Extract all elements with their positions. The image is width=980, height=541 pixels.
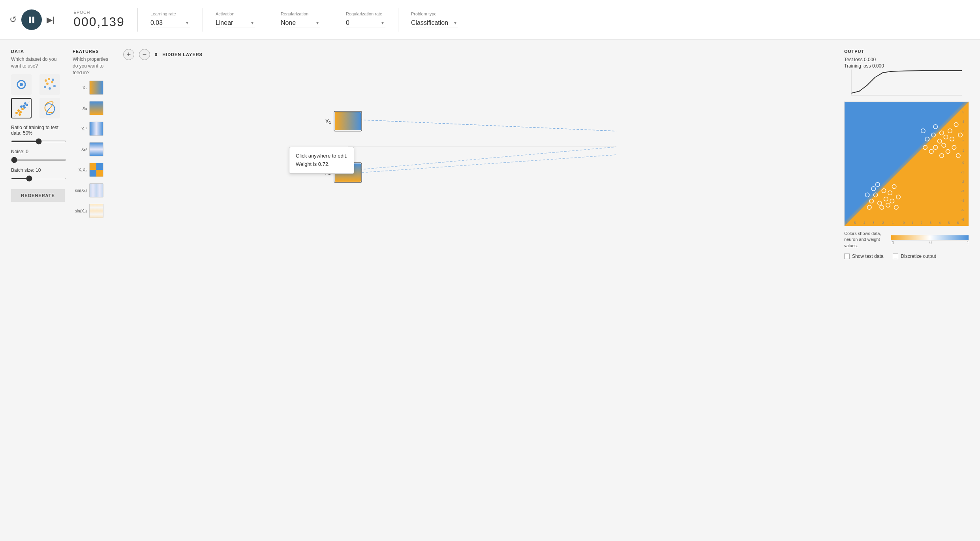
discretize-output-checkbox[interactable] <box>893 254 898 259</box>
svg-text:6: 6 <box>957 221 959 225</box>
svg-rect-32 <box>90 204 103 218</box>
activation-label: Activation <box>216 11 255 16</box>
svg-text:-5: -5 <box>961 208 964 212</box>
svg-rect-24 <box>90 101 103 115</box>
feature-sinx1-thumb <box>89 183 103 197</box>
reg-rate-select[interactable]: 00.0010.0030.010.030.10.31310 <box>346 18 385 28</box>
features-panel: FEATURES Which properties do you want to… <box>69 49 117 532</box>
main-content: DATA Which dataset do you want to use? <box>0 39 980 541</box>
color-bar-ticks: -1 0 1 <box>891 240 969 245</box>
svg-line-34 <box>348 119 616 131</box>
tooltip-line1: Click anywhere to edit. <box>296 152 347 160</box>
svg-rect-43 <box>851 70 962 97</box>
epoch-label: Epoch <box>73 10 125 15</box>
show-test-data-label[interactable]: Show test data <box>844 254 883 259</box>
weight-tooltip: Click anywhere to edit. Weight is 0.72. <box>289 147 354 174</box>
add-layer-button[interactable]: + <box>123 49 134 60</box>
svg-text:-6: -6 <box>961 218 964 222</box>
dataset-diagonal-icon <box>13 100 30 117</box>
loss-chart <box>844 70 969 97</box>
svg-point-21 <box>20 105 23 108</box>
hidden-layers-header: + − 0 HIDDEN LAYERS <box>123 49 833 60</box>
svg-rect-28 <box>96 163 103 170</box>
svg-text:5: 5 <box>948 221 950 225</box>
step-button[interactable]: ▶| <box>47 15 54 24</box>
svg-text:-2: -2 <box>961 180 964 184</box>
dataset-grid <box>11 74 65 118</box>
network-svg: X₁ X₂ <box>123 68 833 226</box>
svg-point-8 <box>49 87 51 90</box>
svg-rect-23 <box>90 81 103 94</box>
divider5 <box>398 8 398 32</box>
feature-sinx1-icon <box>90 184 103 197</box>
feature-x1x2[interactable]: X₁X₂ <box>73 163 114 177</box>
divider2 <box>203 8 203 32</box>
learning-rate-select[interactable]: 0.000010.00010.0010.030.11310 <box>150 18 190 28</box>
svg-rect-0 <box>29 17 31 23</box>
svg-rect-25 <box>90 122 103 135</box>
data-title: DATA <box>11 49 65 54</box>
problem-type-label: Problem type <box>411 11 458 16</box>
noise-slider[interactable] <box>11 159 66 161</box>
show-test-data-checkbox[interactable] <box>844 254 850 259</box>
batch-slider[interactable] <box>11 178 66 179</box>
svg-point-11 <box>52 79 54 81</box>
epoch-block: Epoch 000,139 <box>73 10 125 29</box>
feature-x2[interactable]: X₂ <box>73 101 114 115</box>
pause-button[interactable] <box>21 9 42 30</box>
feature-x2sq-thumb <box>89 142 103 156</box>
feature-x1[interactable]: X₁ <box>73 81 114 95</box>
dataset-spiral[interactable] <box>39 98 60 118</box>
output-visualization[interactable]: -6 -5 -4 -3 -2 -1 0 1 2 3 4 5 6 6 5 4 3 … <box>844 101 969 226</box>
svg-point-3 <box>20 83 23 86</box>
svg-point-15 <box>19 113 21 116</box>
feature-sinx1[interactable]: sin(X₁) <box>73 183 114 197</box>
feature-sinx2[interactable]: sin(X₂) <box>73 204 114 218</box>
feature-x1-label: X₁ <box>73 85 87 90</box>
problem-type-wrapper: ClassificationRegression <box>411 18 458 28</box>
learning-rate-label: Learning rate <box>150 11 190 16</box>
regularization-select[interactable]: NoneL1L2 <box>281 18 320 28</box>
feature-x1sq-icon <box>90 122 103 135</box>
svg-text:1: 1 <box>962 148 964 152</box>
regenerate-button[interactable]: REGENERATE <box>11 189 65 202</box>
dataset-circle[interactable] <box>11 74 32 95</box>
color-desc: Colors shows data, neuron and weight val… <box>844 231 888 249</box>
svg-text:-4: -4 <box>862 221 865 225</box>
ratio-slider[interactable] <box>11 141 66 142</box>
svg-text:-5: -5 <box>853 221 856 225</box>
color-bar-container: -1 0 1 <box>891 235 969 245</box>
color-max: 1 <box>967 240 969 245</box>
discretize-output-label[interactable]: Discretize output <box>893 254 936 259</box>
color-bar-row: Colors shows data, neuron and weight val… <box>844 231 969 249</box>
dataset-scatter[interactable] <box>39 74 60 95</box>
svg-point-16 <box>21 108 24 110</box>
feature-x1sq[interactable]: X₁² <box>73 122 114 136</box>
feature-x2sq-label: X₂² <box>73 147 87 152</box>
test-loss-row: Test loss 0.000 <box>844 57 969 62</box>
dataset-diagonal[interactable] <box>11 98 32 118</box>
svg-rect-29 <box>90 170 96 177</box>
problem-type-group: Problem type ClassificationRegression <box>411 11 458 28</box>
divider <box>137 8 138 32</box>
color-bar <box>891 235 969 240</box>
checkboxes-row: Show test data Discretize output <box>844 254 969 259</box>
feature-x2-label: X₂ <box>73 106 87 111</box>
ratio-label: Ratio of training to test data: 50% <box>11 125 65 136</box>
svg-text:4: 4 <box>962 120 964 124</box>
reset-button[interactable]: ↺ <box>9 15 17 25</box>
svg-text:2: 2 <box>962 139 964 143</box>
problem-type-select[interactable]: ClassificationRegression <box>411 18 458 28</box>
svg-rect-31 <box>90 184 103 197</box>
activation-select[interactable]: ReLUTanhLinearSigmoid <box>216 18 255 28</box>
output-panel: OUTPUT Test loss 0.000 Training loss 0.0… <box>839 49 974 532</box>
feature-x2sq[interactable]: X₂² <box>73 142 114 156</box>
activation-group: Activation ReLUTanhLinearSigmoid <box>216 11 255 28</box>
feature-x1x2-thumb <box>89 163 103 177</box>
show-test-data-text: Show test data <box>852 254 883 259</box>
svg-rect-37 <box>335 112 361 130</box>
svg-rect-27 <box>90 163 96 170</box>
controls: ↺ ▶| <box>9 9 54 30</box>
remove-layer-button[interactable]: − <box>139 49 150 60</box>
svg-point-7 <box>44 86 46 88</box>
